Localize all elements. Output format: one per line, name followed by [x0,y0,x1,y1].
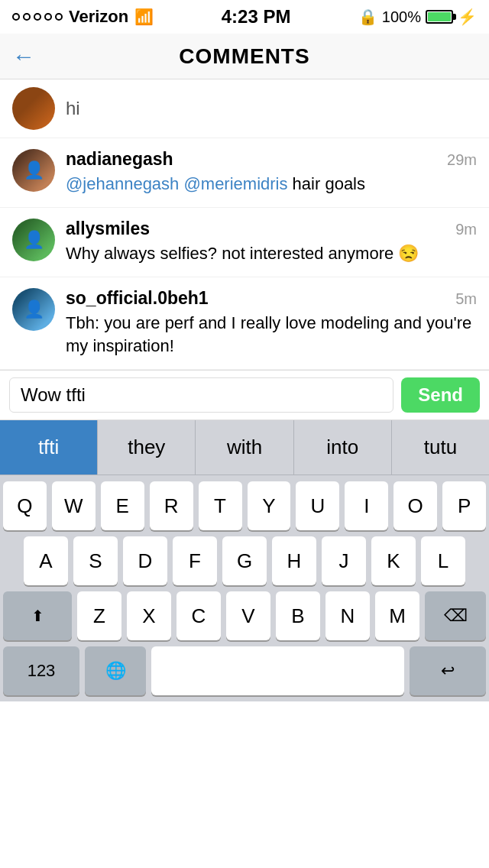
key-g[interactable]: G [222,536,267,585]
comment-body: so_official.0beh1 5m Tbh: you are perf a… [66,288,477,359]
key-n[interactable]: N [325,591,370,640]
key-x[interactable]: X [127,591,171,640]
key-e[interactable]: E [101,481,144,530]
battery-percent: 100% [382,8,421,26]
shift-key[interactable]: ⬆ [3,591,72,640]
signal-dots [12,13,63,21]
keyboard-row-3: ⬆ Z X C V B N M ⌫ [0,591,489,640]
table-row: 👤 nadianegash 29m @jehannegash @meriemid… [0,138,489,208]
return-key[interactable]: ↩ [410,646,486,695]
comment-text: Why always selfies? not interested anymo… [66,242,477,266]
key-i[interactable]: I [345,481,388,530]
comment-input-bar: Send [0,370,489,420]
lock-icon: 🔒 [358,8,377,26]
key-w[interactable]: W [52,481,96,530]
key-o[interactable]: O [393,481,437,530]
key-s[interactable]: S [73,536,118,585]
key-p[interactable]: P [442,481,486,530]
autocomplete-item-tfti[interactable]: tfti [0,420,98,474]
battery-icon [426,10,453,24]
key-v[interactable]: V [226,591,270,640]
key-q[interactable]: Q [3,481,47,530]
delete-key[interactable]: ⌫ [425,591,486,640]
comment-text: Tbh: you are perf and I really love mode… [66,312,477,359]
clock: 4:23 PM [222,6,291,28]
keyboard-row-4: 123 🌐 ↩ [0,646,489,701]
carrier-label: Verizon [69,7,128,27]
key-f[interactable]: F [173,536,217,585]
avatar: 👤 [12,219,55,261]
avatar: 👤 [12,288,55,331]
partial-comment-row: hi [0,79,489,138]
comment-tail: hair goals [293,174,365,193]
mention: @jehannegash [66,174,179,193]
key-b[interactable]: B [276,591,320,640]
autocomplete-item-with[interactable]: with [196,420,293,474]
username-label: allysmiles [66,219,150,239]
page-title: COMMENTS [179,44,309,69]
comment-time: 5m [455,290,477,308]
send-button[interactable]: Send [401,377,480,413]
comment-text: @jehannegash @meriemidris hair goals [66,173,477,196]
partial-comment-text: hi [66,98,80,119]
username-label: so_official.0beh1 [66,288,209,309]
autocomplete-item-they[interactable]: they [98,420,196,474]
globe-key[interactable]: 🌐 [85,646,146,695]
key-d[interactable]: D [123,536,167,585]
key-c[interactable]: C [176,591,221,640]
autocomplete-item-tutu[interactable]: tutu [392,420,489,474]
username-label: nadianegash [66,149,173,170]
comment-header: allysmiles 9m [66,219,477,239]
status-bar: Verizon 📶 4:23 PM 🔒 100% ⚡ [0,0,489,34]
comment-input[interactable] [9,377,393,413]
key-k[interactable]: K [371,536,416,585]
wifi-icon: 📶 [134,8,154,26]
space-key[interactable] [151,646,404,695]
avatar [12,87,55,130]
comments-header: ← COMMENTS [0,34,489,79]
keyboard-row-1: Q W E R T Y U I O P [0,481,489,530]
table-row: 👤 allysmiles 9m Why always selfies? not … [0,208,489,277]
comment-time: 9m [455,221,477,238]
key-j[interactable]: J [322,536,366,585]
status-left: Verizon 📶 [12,7,154,27]
comment-header: nadianegash 29m [66,149,477,170]
key-z[interactable]: Z [77,591,121,640]
bolt-icon: ⚡ [458,8,477,26]
comment-body: nadianegash 29m @jehannegash @meriemidri… [66,149,477,196]
key-a[interactable]: A [24,536,68,585]
key-l[interactable]: L [421,536,465,585]
key-u[interactable]: U [296,481,339,530]
keyboard: Q W E R T Y U I O P A S D F G H J K L ⬆ … [0,475,489,701]
key-h[interactable]: H [272,536,316,585]
numbers-key[interactable]: 123 [3,646,79,695]
mention2: @meriemidris [183,174,287,193]
delete-icon: ⌫ [444,606,468,626]
autocomplete-bar: tfti they with into tutu [0,420,489,475]
key-m[interactable]: M [375,591,419,640]
table-row: 👤 so_official.0beh1 5m Tbh: you are perf… [0,277,489,371]
status-right: 🔒 100% ⚡ [358,8,477,26]
key-y[interactable]: Y [248,481,291,530]
back-button[interactable]: ← [12,44,35,70]
keyboard-row-2: A S D F G H J K L [0,536,489,585]
key-r[interactable]: R [150,481,193,530]
comment-time: 29m [447,151,477,169]
comment-header: so_official.0beh1 5m [66,288,477,309]
autocomplete-item-into[interactable]: into [294,420,392,474]
key-t[interactable]: T [199,481,242,530]
comment-body: allysmiles 9m Why always selfies? not in… [66,219,477,266]
avatar: 👤 [12,149,55,192]
comments-list: hi 👤 nadianegash 29m @jehannegash @merie… [0,79,489,370]
